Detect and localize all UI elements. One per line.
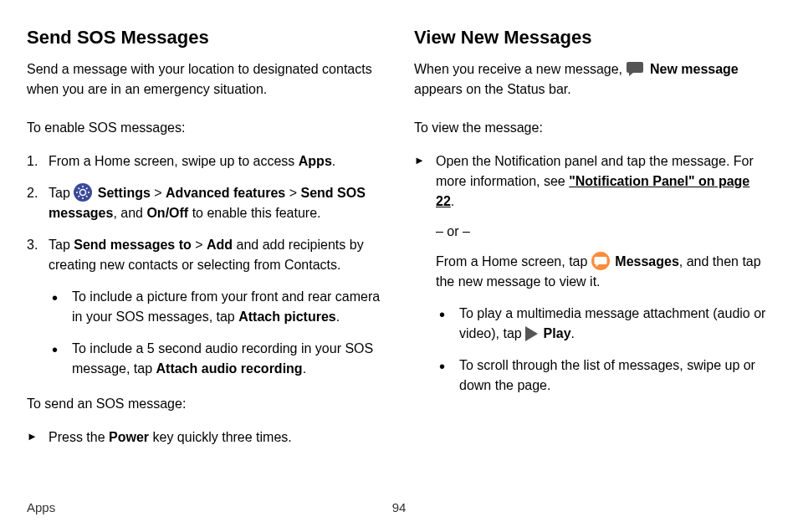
heading-send-sos: Send SOS Messages xyxy=(27,23,384,51)
send-lead: To send an SOS message: xyxy=(27,394,384,414)
page-footer: Apps 94 xyxy=(27,499,771,518)
heading-view-messages: View New Messages xyxy=(414,23,771,51)
content-columns: Send SOS Messages Send a message with yo… xyxy=(27,23,771,459)
or-separator: – or – xyxy=(436,222,771,242)
view-lead: To view the message: xyxy=(414,118,771,138)
step-1: From a Home screen, swipe up to access A… xyxy=(27,151,384,171)
intro-view: When you receive a new message, New mess… xyxy=(414,59,771,100)
intro-text: Send a message with your location to des… xyxy=(27,59,384,100)
left-column: Send SOS Messages Send a message with yo… xyxy=(27,23,384,459)
enable-steps: From a Home screen, swipe up to access A… xyxy=(27,151,384,379)
bullet-audio: To include a 5 second audio recording in… xyxy=(49,339,384,379)
bullet-pictures: To include a picture from your front and… xyxy=(49,287,384,327)
right-column: View New Messages When you receive a new… xyxy=(414,23,771,459)
svg-point-0 xyxy=(80,190,86,196)
send-steps: Press the Power key quickly three times. xyxy=(27,427,384,448)
footer-page-number: 94 xyxy=(392,499,407,518)
settings-icon xyxy=(74,183,92,202)
view-step-1: Open the Notification panel and tap the … xyxy=(414,151,771,396)
step-2: Tap Settings > Advanced features > Send … xyxy=(27,183,384,223)
enable-lead: To enable SOS messages: xyxy=(27,118,384,138)
view-sub-bullets: To play a multimedia message attachment … xyxy=(436,304,771,396)
view-steps: Open the Notification panel and tap the … xyxy=(414,151,771,396)
bullet-play: To play a multimedia message attachment … xyxy=(436,304,771,344)
messages-icon xyxy=(591,252,610,270)
speech-bubble-icon xyxy=(626,60,644,77)
view-step-1b: From a Home screen, tap Messages, and th… xyxy=(436,252,771,292)
send-step-1: Press the Power key quickly three times. xyxy=(27,427,384,448)
step-3-bullets: To include a picture from your front and… xyxy=(49,287,384,379)
bullet-scroll: To scroll through the list of messages, … xyxy=(436,356,771,396)
step-3: Tap Send messages to > Add and add recip… xyxy=(27,235,384,379)
play-icon xyxy=(525,326,538,341)
